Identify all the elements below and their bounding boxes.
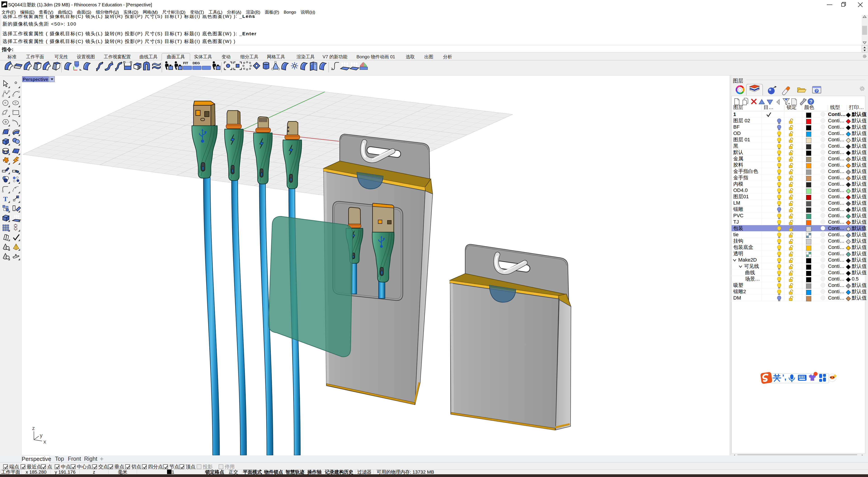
- svg-text:z: z: [32, 425, 35, 431]
- svg-text:’,: ’,: [782, 373, 786, 381]
- svg-text:DEG: DEG: [193, 61, 200, 65]
- svg-text:?: ?: [815, 89, 818, 93]
- svg-text:x: x: [43, 439, 46, 445]
- svg-text:FIT: FIT: [183, 61, 188, 65]
- svg-text:y: y: [40, 432, 42, 438]
- svg-text:T: T: [3, 195, 8, 203]
- svg-text:?: ?: [809, 99, 812, 105]
